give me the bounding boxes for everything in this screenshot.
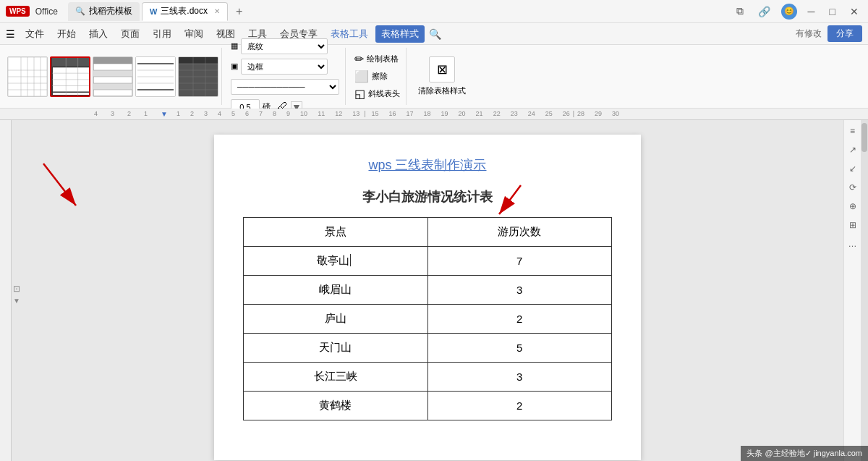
table-style-2[interactable] [50,56,90,97]
share-button[interactable]: 分享 [827,25,862,42]
svg-rect-19 [93,57,132,64]
tab-find-label: 找稻壳模板 [89,5,132,17]
table-cell-col2[interactable]: 3 [427,276,612,305]
close-btn[interactable]: ✕ [846,4,862,19]
sidebar-icon-1[interactable]: ≡ [850,126,855,136]
menu-bar-right: 有修改 分享 [796,25,862,42]
minimize-btn[interactable]: ─ [804,4,819,19]
document-page: wps 三线表制作演示 李小白旅游情况统计表 景点 游历次数 敬亭山 7峨眉山3… [214,135,641,460]
table-style-5[interactable] [178,56,218,97]
eraser-group: ⬜ 擦除 [354,69,400,83]
right-sidebar: ≡ ↗ ↙ ⟳ ⊕ ⊞ … [843,120,861,461]
table-cell-col2[interactable]: 3 [427,363,612,392]
svg-rect-34 [179,57,218,64]
wps-logo: WPS [6,6,30,17]
tab-close-btn[interactable]: ✕ [214,7,220,15]
horizontal-ruler: 4 3 2 1 ▼ 1 2 3 4 5 6 7 8 9 10 11 12 13 … [0,109,868,120]
paragraph-handle[interactable]: ⊡ ▼ [13,284,20,305]
table-caption: 李小白旅游情况统计表 [243,188,612,206]
table-style-gallery [4,48,222,105]
sidebar-icon-7[interactable]: … [848,239,857,249]
svg-rect-21 [93,83,132,90]
table-header-row: 景点 游历次数 [244,218,612,247]
border-icon: ▣ [231,62,238,71]
edit-status: 有修改 [796,28,822,40]
table-cell-col2[interactable]: 2 [427,392,612,420]
draw-table-icon: ✏ [354,52,364,66]
menu-bar: ☰ 文件 开始 插入 页面 引用 审阅 视图 工具 会员专享 表格工具 表格样式… [0,23,868,45]
vertical-ruler [0,120,12,461]
table-style-1[interactable] [7,56,48,97]
diagonal-icon: ◱ [354,87,365,101]
menu-review[interactable]: 审阅 [179,25,209,43]
document-title: wps 三线表制作演示 [243,156,612,174]
office-label: Office [35,7,58,17]
table-row: 长江三峡3 [244,363,612,392]
table-cell-col1[interactable]: 长江三峡 [244,363,428,392]
menu-reference[interactable]: 引用 [147,25,177,43]
table-cell-col2[interactable]: 2 [427,305,612,334]
sidebar-icon-2[interactable]: ↗ [849,145,856,155]
col-header-1: 景点 [244,218,428,247]
window-toggle-btn[interactable]: ⧉ [733,4,747,19]
title-link[interactable]: wps 三线表制作演示 [368,158,486,172]
table-cell-col1[interactable]: 庐山 [244,305,428,334]
draw-table-label: 绘制表格 [367,54,399,64]
table-cell-col1[interactable]: 峨眉山 [244,276,428,305]
share-icon-btn[interactable]: 🔗 [754,4,774,19]
table-style-3[interactable] [93,56,133,97]
tab-w-icon: W [150,7,157,16]
shading-control: ▦ 底纹 [231,38,339,54]
menu-insert[interactable]: 插入 [83,25,114,43]
add-tab-btn[interactable]: + [230,2,248,21]
ribbon: ▦ 底纹 ▣ 边框 ──────────── 磅 🖊 ▼ ✏ 绘制表格 [0,45,868,109]
sidebar-icon-6[interactable]: ⊞ [849,220,856,230]
eraser-icon: ⬜ [354,69,369,83]
menu-start[interactable]: 开始 [51,25,82,43]
clear-label: 清除表格样式 [418,85,466,96]
menu-file[interactable]: 文件 [20,25,50,43]
table-row: 黄鹤楼2 [244,392,612,420]
table-row: 敬亭山 7 [244,247,612,276]
menu-search-icon[interactable]: 🔍 [429,28,441,40]
table-style-4[interactable] [135,56,176,97]
border-select[interactable]: 边框 [241,59,328,75]
sidebar-icon-5[interactable]: ⊕ [849,201,856,211]
line-style-control: ──────────── [231,79,339,95]
menu-table-style[interactable]: 表格样式 [375,25,425,43]
menu-hamburger[interactable]: ☰ [6,28,15,40]
data-table: 景点 游历次数 敬亭山 7峨眉山3庐山2天门山5长江三峡3黄鹤楼2 [243,217,612,420]
table-cell-col1[interactable]: 天门山 [244,334,428,363]
diagonal-group: ◱ 斜线表头 [354,87,400,101]
document-area: ⊡ ▼ wps 三线表制作演示 李小白旅游情况统计表 景点 游历次数 敬亭山 7… [0,120,868,461]
title-bar: WPS Office 🔍 找稻壳模板 W 三线表.docx ✕ + ⧉ 🔗 😊 … [0,0,868,23]
diagonal-label: 斜线表头 [368,88,400,99]
watermark: 头条 @主经验地✓ jingyanla.com [741,446,868,461]
clear-table-style-btn[interactable]: ⊠ 清除表格样式 [409,48,475,105]
eraser-label: 擦除 [372,71,388,82]
table-cell-col1[interactable]: 黄鹤楼 [244,392,428,420]
draw-table-group: ✏ 绘制表格 [354,52,400,66]
col-header-2: 游历次数 [427,218,612,247]
clear-icon: ⊠ [429,56,455,83]
title-bar-controls: ⧉ 🔗 😊 ─ □ ✕ [733,4,862,20]
sidebar-icon-3[interactable]: ↙ [849,164,856,174]
table-row: 天门山5 [244,334,612,363]
tab-find-template[interactable]: 🔍 找稻壳模板 [68,2,140,21]
table-row: 庐山2 [244,305,612,334]
svg-rect-10 [52,58,90,67]
table-cell-col2[interactable]: 5 [427,334,612,363]
shading-icon: ▦ [231,41,238,51]
shading-select[interactable]: 底纹 [241,38,328,54]
restore-btn[interactable]: □ [826,4,839,19]
document-content: ⊡ ▼ wps 三线表制作演示 李小白旅游情况统计表 景点 游历次数 敬亭山 7… [12,120,843,461]
tab-document[interactable]: W 三线表.docx ✕ [142,2,228,21]
menu-page[interactable]: 页面 [115,25,145,43]
line-style-select[interactable]: ──────────── [231,79,339,95]
vertical-scrollbar[interactable] [861,120,868,461]
border-control: ▣ 边框 [231,59,339,75]
table-cell-col2[interactable]: 7 [427,247,612,276]
sidebar-icon-4[interactable]: ⟳ [849,182,856,193]
table-cell-col1[interactable]: 敬亭山 [244,247,428,276]
user-avatar[interactable]: 😊 [781,4,797,20]
